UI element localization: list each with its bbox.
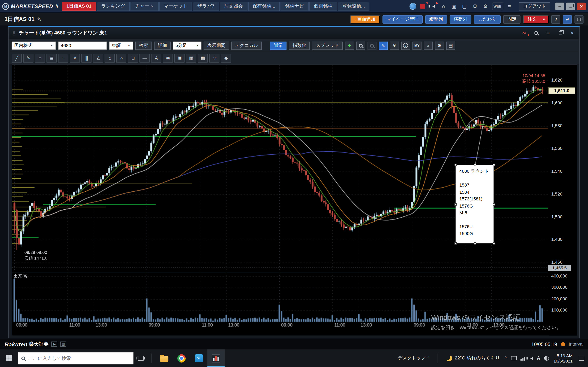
fade-tool[interactable]: ▩: [198, 54, 208, 62]
monitor-icon[interactable]: ▢: [460, 2, 468, 10]
action-center-icon[interactable]: [579, 356, 584, 361]
network-icon[interactable]: [521, 356, 525, 360]
my-chart-button[interactable]: MY: [412, 42, 421, 50]
indexed-mode-button[interactable]: 指数化: [289, 42, 310, 50]
timeframe-select[interactable]: 5分足▼: [173, 42, 201, 50]
note-tool[interactable]: ▣: [174, 54, 185, 62]
window-search-icon[interactable]: [533, 30, 540, 36]
selection-handle[interactable]: [474, 164, 476, 166]
desktop-toolbar[interactable]: デスクトップ »: [398, 355, 429, 361]
tab-chart[interactable]: チャート: [130, 2, 159, 11]
vertical-align-button[interactable]: 縦整列: [425, 15, 447, 23]
detail-button[interactable]: 詳細: [154, 42, 171, 50]
polygon-tool[interactable]: ⌂: [104, 54, 115, 62]
app-minimize-button[interactable]: –: [555, 2, 564, 10]
technical-button[interactable]: テクニカル: [231, 42, 262, 50]
selection-handle[interactable]: [454, 164, 457, 166]
selection-handle[interactable]: [493, 242, 495, 244]
drag-grip-icon[interactable]: ⣿: [12, 30, 16, 36]
popout-window-icon[interactable]: ▣: [450, 2, 458, 10]
search-button[interactable]: 検索: [135, 42, 152, 50]
display-icon[interactable]: [511, 356, 517, 360]
contrast-icon[interactable]: [544, 356, 549, 361]
trendline-tool[interactable]: ╱: [12, 54, 22, 62]
tab-holdings[interactable]: 保有銘柄...: [248, 2, 280, 11]
horizontal-align-button[interactable]: 横整列: [450, 15, 471, 23]
tab-order-inquiry[interactable]: 注文照会: [220, 2, 247, 11]
settings-wrench-button[interactable]: ⚙: [435, 42, 444, 50]
normal-mode-button[interactable]: 通常: [270, 42, 287, 50]
taskbar-search-input[interactable]: [28, 356, 118, 361]
layout-grid-icon[interactable]: ▦: [61, 342, 66, 347]
taskbar-search[interactable]: [18, 352, 134, 364]
start-button[interactable]: [0, 350, 18, 367]
link-icon[interactable]: ∞1: [521, 30, 527, 36]
info-button[interactable]: i: [401, 42, 410, 50]
globe-icon[interactable]: [409, 3, 416, 9]
area-chart-button[interactable]: ▲: [424, 42, 433, 50]
announcement-icon[interactable]: N: [429, 2, 437, 10]
zoom-out-button[interactable]: [367, 42, 376, 50]
price-lines-dense-tool[interactable]: ≣: [47, 54, 57, 62]
layout-popout-icon[interactable]: [575, 15, 584, 23]
parallel-lines-tool[interactable]: //: [70, 54, 80, 62]
add-screen-button[interactable]: +画面追加: [350, 15, 380, 23]
logout-button[interactable]: ログアウト: [519, 2, 550, 10]
app-restore-button[interactable]: [566, 2, 575, 10]
volume-icon[interactable]: [529, 357, 533, 360]
exchange-select[interactable]: 東証▼: [109, 42, 133, 50]
order-button[interactable]: 注文▼: [523, 15, 549, 23]
yen-display-button[interactable]: ¥: [390, 42, 399, 50]
chart-window-titlebar[interactable]: ⣿ チャート(単体) 4680 ラウンドワン 東1 ∞1 ≡ ×: [9, 27, 579, 39]
ime-mode-icon[interactable]: A: [537, 355, 540, 361]
taskbar-clock[interactable]: 5:19 AM 10/5/2021: [553, 353, 573, 363]
rectangle-tool[interactable]: □: [128, 54, 138, 62]
tray-overflow-caret[interactable]: ^: [504, 355, 507, 361]
tab-ranking[interactable]: ランキング: [96, 2, 130, 11]
ellipse-tool[interactable]: ○: [116, 54, 126, 62]
selection-handle[interactable]: [474, 242, 476, 244]
market-news-icon[interactable]: N: [418, 2, 426, 10]
window-close-icon[interactable]: ×: [569, 30, 576, 36]
order-dropdown-icon[interactable]: ▼: [540, 17, 545, 21]
text-tool[interactable]: A: [151, 54, 161, 62]
selection-handle[interactable]: [493, 164, 495, 166]
pin-button[interactable]: 固定: [503, 15, 520, 23]
file-explorer-button[interactable]: [156, 350, 173, 367]
duplicate-tool[interactable]: ▦: [186, 54, 196, 62]
freehand-tool[interactable]: ✎: [23, 54, 34, 62]
selection-handle[interactable]: [454, 203, 457, 206]
spread-mode-button[interactable]: スプレッド: [312, 42, 343, 50]
vertical-lines-tool[interactable]: |||: [81, 54, 92, 62]
weather-widget[interactable]: 22°C 晴れのちくもり: [446, 355, 500, 361]
window-restore-icon[interactable]: [557, 30, 563, 36]
horizontal-segment-tool[interactable]: —: [139, 54, 150, 62]
add-indicator-button[interactable]: +: [345, 42, 354, 50]
menu-icon[interactable]: ≡: [505, 2, 513, 10]
help-button[interactable]: ?: [551, 15, 560, 23]
draw-mode-button[interactable]: ✎: [379, 42, 388, 50]
print-button[interactable]: ▤: [446, 42, 455, 50]
angle-line-tool[interactable]: ∠: [93, 54, 103, 62]
task-view-button[interactable]: [134, 350, 148, 367]
icon-stamp-tool[interactable]: ◉: [163, 54, 173, 62]
tab-day-margin-as[interactable]: 1日信AS 01: [62, 2, 96, 11]
home-icon[interactable]: ⌂: [439, 2, 448, 10]
chrome-button[interactable]: [173, 350, 190, 367]
chart-note-annotation[interactable]: 4680 ラウンド 1587 1584 1573(1581) 1576G M-5…: [456, 165, 494, 243]
eraser-all-tool[interactable]: ◆: [221, 54, 231, 62]
tab-market[interactable]: マーケット: [159, 2, 192, 11]
tab-stock-navi[interactable]: 銘柄ナビ: [281, 2, 309, 11]
marketspeed-taskbar-button[interactable]: [208, 350, 225, 367]
price-lines-tool[interactable]: ≡: [35, 54, 45, 62]
panel-toggle-icon[interactable]: ▶: [52, 342, 57, 347]
mypage-manage-button[interactable]: マイページ管理: [382, 15, 423, 23]
tab-registered-stocks[interactable]: 登録銘柄...: [338, 2, 369, 11]
zoom-in-button[interactable]: [356, 42, 365, 50]
notes-app-button[interactable]: ✎: [190, 350, 207, 367]
selection-handle[interactable]: [493, 203, 495, 206]
settings-gear-icon[interactable]: ⚙: [481, 2, 490, 10]
tab-individual-stock[interactable]: 個別銘柄: [309, 2, 337, 11]
market-select[interactable]: 国内株式▼: [12, 42, 56, 50]
tab-zaraba7[interactable]: ザラバ7: [193, 2, 219, 11]
